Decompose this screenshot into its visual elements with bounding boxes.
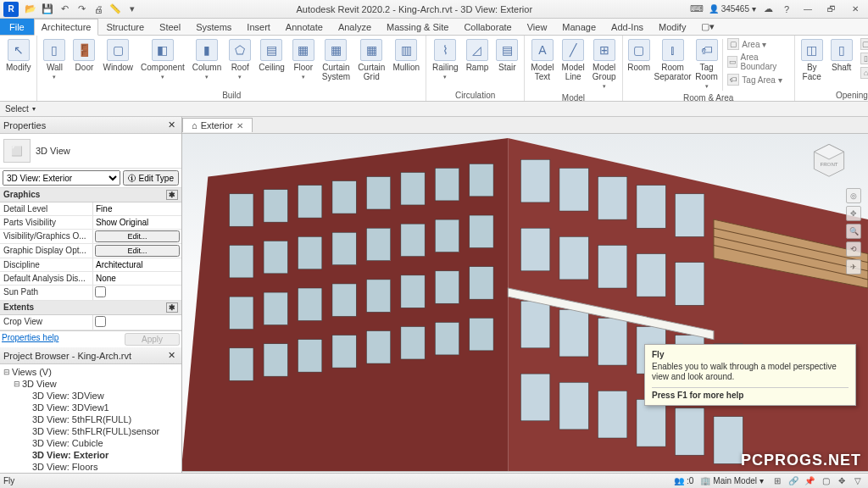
- properties-help-link[interactable]: Properties help: [2, 333, 58, 346]
- prop-value[interactable]: [93, 286, 181, 300]
- prop-value[interactable]: [93, 315, 181, 330]
- vertical-button[interactable]: ▯Vertical: [858, 52, 868, 65]
- orbit-icon[interactable]: ⟲: [846, 241, 861, 257]
- prop-value[interactable]: Edit...: [93, 244, 181, 258]
- status-workset[interactable]: 👥 :0: [674, 476, 693, 485]
- measure-icon[interactable]: 📏: [108, 3, 122, 16]
- door-button[interactable]: 🚪Door: [70, 37, 97, 74]
- dormer-button[interactable]: ⌂Dormer: [858, 66, 868, 80]
- tab-options-icon[interactable]: ▢▾: [693, 18, 722, 35]
- close-button[interactable]: ✕: [846, 3, 865, 16]
- tag-room-button[interactable]: 🏷Tag Room: [694, 37, 720, 92]
- print-icon[interactable]: 🖨: [92, 3, 105, 16]
- status-pin-icon[interactable]: 📌: [803, 474, 816, 488]
- undo-icon[interactable]: ↶: [58, 3, 71, 16]
- curtain-system-button[interactable]: ▦Curtain System: [320, 37, 353, 83]
- view-tab-exterior[interactable]: ⌂ Exterior ✕: [182, 118, 253, 132]
- column-button[interactable]: ▮Column: [190, 37, 224, 83]
- panel-room-label[interactable]: Room & Area: [626, 92, 791, 103]
- tree-item[interactable]: 3D View: Cubicle: [2, 437, 180, 449]
- tree-item[interactable]: ⊟Views (V): [2, 366, 180, 378]
- tab-manage[interactable]: Manage: [554, 19, 604, 35]
- tab-addins[interactable]: Add-Ins: [604, 19, 651, 35]
- qat-menu-icon[interactable]: ▾: [125, 3, 139, 16]
- prop-value[interactable]: [93, 202, 181, 215]
- shaft-button[interactable]: ▯Shaft: [828, 37, 855, 74]
- apply-button[interactable]: Apply: [125, 333, 180, 346]
- wall-button[interactable]: ▯Wall: [41, 37, 68, 83]
- redo-icon[interactable]: ↷: [75, 3, 88, 16]
- tab-annotate[interactable]: Annotate: [278, 19, 331, 35]
- mullion-button[interactable]: ▥Mullion: [390, 37, 422, 74]
- tab-collaborate[interactable]: Collaborate: [456, 19, 519, 35]
- status-select-icon[interactable]: ⊞: [771, 474, 784, 488]
- prop-value[interactable]: [93, 258, 181, 271]
- steering-wheel-icon[interactable]: ◎: [846, 188, 861, 203]
- area-button[interactable]: ▢Area ▾: [725, 37, 790, 51]
- tab-modify[interactable]: Modify: [651, 19, 693, 35]
- tab-steel[interactable]: Steel: [152, 19, 188, 35]
- ramp-button[interactable]: ◿Ramp: [464, 37, 492, 74]
- select-options-bar[interactable]: Select: [0, 102, 868, 117]
- tab-massing[interactable]: Massing & Site: [379, 19, 456, 35]
- tree-item[interactable]: 3D View: 5thFLR(FULL): [2, 413, 180, 425]
- prop-value[interactable]: [93, 272, 181, 285]
- maximize-button[interactable]: 🗗: [822, 3, 841, 16]
- room-separator-button[interactable]: ⫿Room Separator: [654, 37, 692, 83]
- prop-category[interactable]: Graphics✱: [0, 188, 181, 202]
- tag-area-button[interactable]: 🏷Tag Area ▾: [725, 73, 790, 86]
- sync-icon[interactable]: ☁: [761, 3, 775, 16]
- keyboard-icon[interactable]: ⌨: [690, 3, 704, 16]
- open-icon[interactable]: 📂: [24, 3, 37, 16]
- floor-button[interactable]: ▦Floor: [290, 37, 317, 83]
- browser-close-icon[interactable]: ✕: [165, 350, 178, 361]
- tab-file[interactable]: File: [0, 19, 34, 35]
- status-face-icon[interactable]: ▢: [819, 474, 832, 488]
- tree-item[interactable]: 3D View: Floors: [2, 461, 180, 473]
- by-face-button[interactable]: ◫By Face: [798, 37, 826, 83]
- status-link-icon[interactable]: 🔗: [787, 474, 800, 488]
- tree-item[interactable]: ⊟3D View: [2, 378, 180, 390]
- tree-item[interactable]: 3D View: 5thFLR(FULL)sensor: [2, 425, 180, 437]
- ceiling-button[interactable]: ▤Ceiling: [256, 37, 287, 74]
- opening-wall-button[interactable]: ▢Wall: [858, 37, 868, 51]
- tab-structure[interactable]: Structure: [98, 19, 152, 35]
- prop-category[interactable]: Extents✱: [0, 301, 181, 315]
- window-button[interactable]: ▢Window: [100, 37, 136, 74]
- minimize-button[interactable]: —: [798, 3, 817, 16]
- type-selector[interactable]: 3D View: Exterior: [3, 170, 120, 186]
- user-account[interactable]: 👤 345465 ▾: [709, 4, 756, 14]
- tab-systems[interactable]: Systems: [188, 19, 239, 35]
- status-filter-icon[interactable]: ▽: [851, 474, 865, 488]
- stair-button[interactable]: ▤Stair: [493, 37, 520, 74]
- tree-item[interactable]: 3D View: 3DView1: [2, 402, 180, 413]
- curtain-grid-button[interactable]: ▦Curtain Grid: [355, 37, 387, 83]
- status-drag-icon[interactable]: ✥: [835, 474, 849, 488]
- area-boundary-button[interactable]: ▭Area Boundary: [725, 52, 790, 72]
- component-button[interactable]: ◧Component: [138, 37, 187, 83]
- tree-item[interactable]: 3D View: Exterior: [2, 449, 180, 461]
- model-text-button[interactable]: AModel Text: [528, 37, 556, 83]
- view-tab-close-icon[interactable]: ✕: [236, 121, 243, 130]
- prop-value[interactable]: [93, 216, 181, 229]
- status-model[interactable]: 🏢 Main Model ▾: [700, 476, 764, 485]
- zoom-icon[interactable]: 🔍: [846, 224, 861, 239]
- properties-close-icon[interactable]: ✕: [165, 119, 178, 130]
- viewport[interactable]: FRONT ◎ ✥ 🔍 ⟲ ✈ Fly Enables you to walk …: [182, 134, 868, 471]
- help-icon[interactable]: ?: [780, 3, 793, 16]
- fly-icon[interactable]: ✈: [846, 259, 861, 274]
- tab-view[interactable]: View: [520, 19, 555, 35]
- save-icon[interactable]: 💾: [41, 3, 54, 16]
- model-line-button[interactable]: ╱Model Line: [559, 37, 587, 83]
- model-group-button[interactable]: ⊞Model Group: [590, 37, 619, 92]
- prop-value[interactable]: Edit...: [93, 230, 181, 243]
- edit-type-button[interactable]: 🛈 Edit Type: [123, 170, 179, 186]
- room-button[interactable]: ▢Room: [626, 37, 652, 74]
- tab-analyze[interactable]: Analyze: [331, 19, 379, 35]
- modify-button[interactable]: ↖Modify: [3, 37, 33, 74]
- tab-insert[interactable]: Insert: [239, 19, 278, 35]
- roof-button[interactable]: ⬠Roof: [226, 37, 253, 83]
- tab-architecture[interactable]: Architecture: [34, 19, 99, 36]
- viewcube[interactable]: FRONT: [810, 141, 848, 178]
- tree-item[interactable]: 3D View: 3DView: [2, 390, 180, 402]
